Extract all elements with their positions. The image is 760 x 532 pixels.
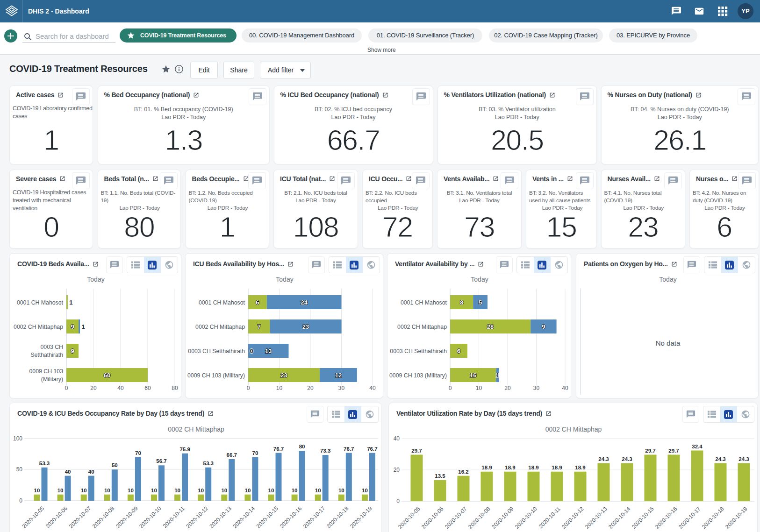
svg-text:1: 1 bbox=[496, 372, 499, 379]
svg-text:6: 6 bbox=[457, 348, 460, 355]
svg-text:2020-10-14: 2020-10-14 bbox=[607, 505, 632, 530]
svg-text:0: 0 bbox=[396, 498, 400, 504]
svg-text:2020-10-19: 2020-10-19 bbox=[724, 505, 749, 530]
svg-text:18.9: 18.9 bbox=[552, 465, 562, 470]
svg-text:20: 20 bbox=[504, 385, 511, 391]
svg-text:10: 10 bbox=[57, 488, 64, 493]
svg-text:10: 10 bbox=[268, 488, 274, 493]
svg-text:2020-10-05: 2020-10-05 bbox=[21, 505, 46, 530]
svg-text:10: 10 bbox=[128, 488, 134, 493]
svg-text:2020-10-18: 2020-10-18 bbox=[325, 505, 350, 530]
svg-text:10: 10 bbox=[315, 488, 321, 493]
svg-text:73.3: 73.3 bbox=[320, 448, 330, 454]
svg-text:53.3: 53.3 bbox=[203, 461, 214, 466]
svg-text:0002 CH Mittaphap: 0002 CH Mittaphap bbox=[14, 324, 63, 330]
svg-text:20: 20 bbox=[394, 467, 400, 473]
svg-text:24.3: 24.3 bbox=[715, 456, 725, 462]
svg-text:10: 10 bbox=[245, 488, 251, 493]
svg-text:2020-10-10: 2020-10-10 bbox=[514, 505, 538, 530]
svg-text:8: 8 bbox=[460, 299, 463, 306]
svg-text:60: 60 bbox=[104, 372, 110, 379]
svg-text:2020-10-09: 2020-10-09 bbox=[115, 505, 139, 530]
svg-text:75.9: 75.9 bbox=[179, 447, 190, 452]
svg-text:18.9: 18.9 bbox=[481, 465, 492, 470]
svg-text:10: 10 bbox=[476, 385, 482, 391]
svg-text:30: 30 bbox=[338, 385, 345, 391]
svg-text:0: 0 bbox=[449, 385, 452, 391]
svg-text:2020-10-11: 2020-10-11 bbox=[538, 505, 562, 530]
svg-text:Today: Today bbox=[471, 276, 488, 283]
svg-text:70: 70 bbox=[252, 450, 258, 456]
svg-text:24.3: 24.3 bbox=[598, 456, 609, 462]
svg-text:10: 10 bbox=[198, 488, 204, 493]
svg-text:2020-10-12: 2020-10-12 bbox=[185, 505, 209, 530]
svg-text:40: 40 bbox=[369, 385, 376, 391]
svg-text:2020-10-12: 2020-10-12 bbox=[560, 505, 585, 530]
svg-text:10: 10 bbox=[34, 488, 40, 493]
svg-text:7: 7 bbox=[258, 323, 261, 330]
svg-text:10: 10 bbox=[104, 488, 110, 493]
svg-text:0: 0 bbox=[250, 348, 253, 355]
svg-text:10: 10 bbox=[221, 488, 227, 493]
svg-text:2020-10-15: 2020-10-15 bbox=[255, 505, 280, 530]
svg-text:0003 CH Setthathirath: 0003 CH Setthathirath bbox=[390, 348, 447, 355]
svg-text:0009 CH 103 (Military): 0009 CH 103 (Military) bbox=[389, 372, 447, 379]
svg-text:28: 28 bbox=[487, 323, 494, 330]
svg-text:2020-10-18: 2020-10-18 bbox=[701, 505, 725, 530]
svg-text:2020-10-08: 2020-10-08 bbox=[91, 505, 116, 530]
svg-text:29.7: 29.7 bbox=[668, 448, 679, 454]
svg-text:6: 6 bbox=[256, 299, 259, 306]
svg-text:2020-10-14: 2020-10-14 bbox=[231, 505, 256, 530]
svg-text:76.7: 76.7 bbox=[367, 446, 377, 452]
svg-text:100: 100 bbox=[13, 435, 22, 442]
svg-text:5: 5 bbox=[479, 299, 482, 306]
svg-text:40: 40 bbox=[394, 435, 400, 442]
svg-text:Today: Today bbox=[659, 276, 676, 283]
svg-text:32.4: 32.4 bbox=[692, 444, 703, 449]
svg-text:2020-10-16: 2020-10-16 bbox=[654, 505, 679, 530]
svg-text:2020-10-05: 2020-10-05 bbox=[397, 505, 422, 530]
svg-text:29.7: 29.7 bbox=[645, 448, 655, 454]
svg-text:23: 23 bbox=[280, 372, 287, 379]
svg-text:2020-10-13: 2020-10-13 bbox=[584, 505, 609, 530]
svg-text:10: 10 bbox=[292, 488, 298, 493]
svg-text:0001 CH Mahosot: 0001 CH Mahosot bbox=[17, 299, 64, 306]
svg-text:0: 0 bbox=[19, 497, 22, 504]
svg-text:(Military): (Military) bbox=[41, 376, 63, 383]
svg-text:13: 13 bbox=[265, 348, 272, 355]
svg-text:24.3: 24.3 bbox=[738, 456, 749, 462]
svg-text:2020-10-11: 2020-10-11 bbox=[162, 505, 186, 529]
svg-text:10: 10 bbox=[362, 488, 368, 493]
svg-text:0002 CH Mittaphap: 0002 CH Mittaphap bbox=[397, 324, 447, 330]
svg-text:40: 40 bbox=[562, 385, 568, 391]
svg-text:1: 1 bbox=[81, 323, 85, 330]
svg-text:2020-10-07: 2020-10-07 bbox=[68, 505, 93, 530]
svg-text:40: 40 bbox=[65, 469, 71, 475]
svg-text:2020-10-13: 2020-10-13 bbox=[208, 505, 233, 530]
svg-text:2020-10-08: 2020-10-08 bbox=[467, 505, 492, 530]
svg-text:29.7: 29.7 bbox=[411, 448, 422, 454]
svg-text:10: 10 bbox=[81, 488, 87, 493]
svg-text:18.9: 18.9 bbox=[575, 465, 585, 470]
svg-text:16.2: 16.2 bbox=[458, 469, 468, 475]
svg-text:13.5: 13.5 bbox=[435, 473, 445, 479]
svg-text:12: 12 bbox=[335, 372, 342, 379]
svg-text:0001 CH Mahosot: 0001 CH Mahosot bbox=[401, 299, 447, 306]
svg-text:20: 20 bbox=[307, 385, 314, 391]
svg-text:2020-10-06: 2020-10-06 bbox=[420, 505, 445, 530]
svg-text:0009 CH 103: 0009 CH 103 bbox=[29, 368, 64, 375]
svg-text:1: 1 bbox=[69, 299, 72, 306]
svg-text:2020-10-06: 2020-10-06 bbox=[44, 505, 69, 530]
svg-text:40: 40 bbox=[117, 385, 124, 391]
svg-text:0002 CH Mittaphap: 0002 CH Mittaphap bbox=[195, 324, 245, 330]
svg-text:50: 50 bbox=[16, 466, 23, 473]
svg-text:Setthathirath: Setthathirath bbox=[30, 352, 63, 358]
svg-text:0: 0 bbox=[247, 385, 250, 391]
svg-text:2020-10-17: 2020-10-17 bbox=[677, 505, 702, 530]
svg-text:9: 9 bbox=[71, 323, 74, 330]
svg-text:16: 16 bbox=[470, 372, 476, 379]
svg-text:66.7: 66.7 bbox=[227, 452, 237, 458]
svg-text:76.7: 76.7 bbox=[344, 446, 354, 452]
svg-text:80: 80 bbox=[172, 385, 178, 391]
svg-text:2020-10-09: 2020-10-09 bbox=[490, 505, 515, 530]
